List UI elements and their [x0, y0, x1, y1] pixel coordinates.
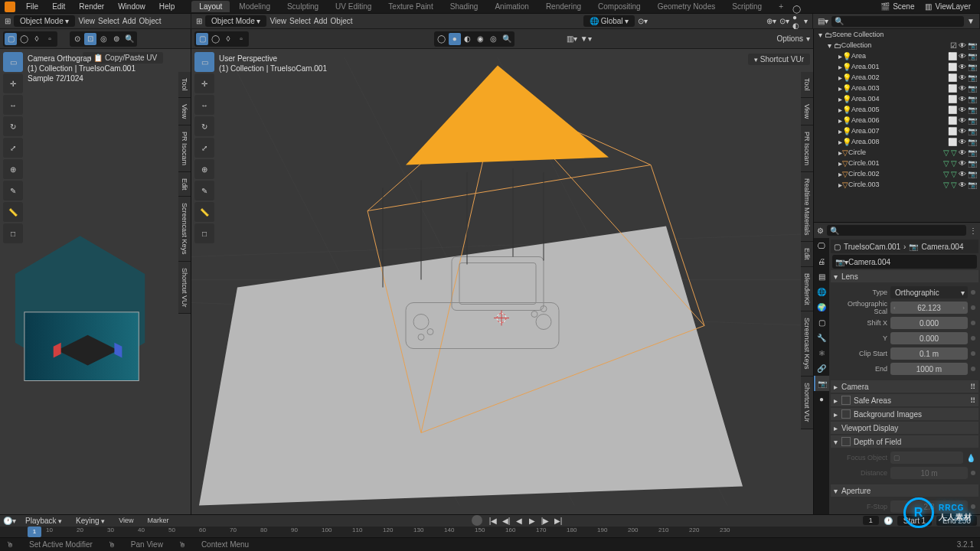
menu-render[interactable]: Render: [73, 1, 110, 12]
vtab-blenderkit-c[interactable]: BlenderKit: [801, 267, 813, 312]
tool-measure[interactable]: 📏: [3, 202, 23, 222]
workspace-tab-add[interactable]: +: [771, 1, 791, 12]
eye-icon[interactable]: 👁: [959, 73, 966, 82]
mode-select-center[interactable]: Object Mode ▾: [205, 15, 266, 27]
vtab-shortcut-left[interactable]: Shortcut VUr: [178, 262, 191, 315]
breadcrumb-data[interactable]: Camera.004: [921, 243, 963, 251]
clip-end-field[interactable]: 1000 m: [890, 363, 968, 375]
select-circle-center[interactable]: ◯: [209, 33, 221, 45]
ptab-output[interactable]: 🖨: [814, 253, 829, 269]
timeline-playback[interactable]: Playback ▾: [21, 517, 67, 525]
vtab-tool-c[interactable]: Tool: [801, 72, 813, 98]
options-button[interactable]: Options: [777, 34, 803, 43]
outliner-filter-icon[interactable]: ▤▾: [818, 17, 828, 25]
panel-dof-header[interactable]: ▾Depth of Field: [831, 435, 978, 448]
ptab-scene[interactable]: 🌐: [814, 284, 829, 299]
shading-solid[interactable]: ●: [792, 13, 801, 21]
menu-view-left[interactable]: View: [78, 17, 95, 25]
shading-material[interactable]: ◐: [792, 21, 801, 30]
tool-annotate-c[interactable]: ✎: [194, 181, 214, 201]
ptab-modifiers[interactable]: 🔧: [814, 330, 829, 345]
outliner-scene-collection[interactable]: ▾ 🗀 Scene Collection: [814, 29, 980, 40]
panel-aperture-header[interactable]: ▾Aperture: [831, 484, 978, 497]
timeline-ruler[interactable]: 1 10203040506070809010011012013014015016…: [0, 527, 980, 538]
vtab-edit-left[interactable]: Edit: [178, 172, 191, 197]
eye-icon[interactable]: 👁: [959, 127, 966, 135]
outliner-item[interactable]: ▸ 💡Area⬜👁📷: [814, 51, 980, 61]
vp-search[interactable]: 🔍: [501, 33, 513, 45]
select-lasso-icon[interactable]: ◊: [31, 33, 43, 45]
vtab-realtime-c[interactable]: Realtime Materials: [801, 172, 813, 243]
tool-cursor-c[interactable]: ✛: [194, 73, 214, 93]
next-key-icon[interactable]: |▶: [539, 515, 551, 526]
tool-rotate[interactable]: ↻: [3, 116, 23, 136]
workspace-tab-uv[interactable]: UV Editing: [328, 1, 379, 12]
eye-icon[interactable]: 👁: [959, 116, 966, 125]
editor-type-icon-center[interactable]: ⊞: [196, 17, 202, 25]
menu-file[interactable]: File: [20, 1, 44, 12]
tool-cursor[interactable]: ✛: [3, 73, 23, 93]
menu-object-center[interactable]: Object: [331, 17, 353, 25]
editor-type-icon[interactable]: ⊞: [5, 17, 11, 25]
type-field[interactable]: Orthographic▾: [890, 286, 968, 298]
render-icon[interactable]: 📷: [968, 116, 977, 125]
outliner-item[interactable]: ▸ ▽Circle.003▽▽👁📷: [814, 179, 980, 190]
ptab-render[interactable]: 🖵: [814, 238, 829, 253]
filter-icon[interactable]: ⚙: [817, 227, 824, 235]
tool-transform-c[interactable]: ⊕: [194, 159, 214, 179]
checkbox-icon[interactable]: [841, 437, 851, 446]
filter-toggle-icon[interactable]: ▼: [967, 17, 975, 25]
tool-select[interactable]: ▭: [3, 52, 23, 72]
ptab-viewlayer[interactable]: ▤: [814, 269, 829, 284]
panel-bgimages-header[interactable]: ▸Background Images: [831, 408, 978, 420]
timeline-view[interactable]: View: [114, 517, 138, 524]
checkbox-icon[interactable]: [841, 396, 851, 405]
select-circle-icon[interactable]: ◯: [18, 33, 30, 45]
vtab-screencast-c[interactable]: Screencast Keys: [801, 311, 813, 377]
render-icon[interactable]: 📷: [968, 181, 977, 189]
play-icon[interactable]: ▶: [526, 515, 538, 526]
outliner-search[interactable]: [844, 18, 961, 25]
outliner-item[interactable]: ▸ 💡Area.005⬜👁📷: [814, 104, 980, 115]
vtab-screencast-left[interactable]: Screencast Keys: [178, 197, 191, 262]
menu-view-center[interactable]: View: [270, 17, 286, 25]
eye-icon[interactable]: 👁: [959, 95, 966, 103]
outliner[interactable]: ▾ 🗀 Scene Collection ▾ 🗀 Collection ☑👁📷 …: [814, 29, 980, 223]
prev-key-icon[interactable]: ◀|: [500, 515, 512, 526]
timeline-marker[interactable]: Marker: [143, 517, 174, 524]
workspace-tab-geonodes[interactable]: Geometry Nodes: [650, 1, 724, 12]
panel-safeareas-header[interactable]: ▸Safe Areas⠿: [831, 394, 978, 406]
outliner-item[interactable]: ▸ 💡Area.001⬜👁📷: [814, 61, 980, 72]
outliner-collection[interactable]: ▾ 🗀 Collection ☑👁📷: [814, 40, 980, 51]
keyframe-dot[interactable]: [971, 367, 975, 371]
shift-x-field[interactable]: 0.000: [890, 317, 968, 329]
vp-icon-2[interactable]: ●: [449, 33, 461, 45]
shortcut-pill[interactable]: ▾ Shortcut VUr: [748, 54, 810, 65]
render-icon[interactable]: 📷: [968, 73, 977, 82]
keyframe-dot[interactable]: [971, 321, 975, 325]
vp-icon-4[interactable]: ◉: [475, 33, 487, 45]
outliner-item[interactable]: ▸ ▽Circle.002▽▽👁📷: [814, 168, 980, 179]
menu-object-left[interactable]: Object: [139, 17, 162, 25]
eye-icon[interactable]: 👁: [959, 63, 966, 71]
tool-move[interactable]: ↔: [3, 95, 23, 115]
ptab-physics[interactable]: ⚛: [814, 345, 829, 360]
timeline-editor-icon[interactable]: 🕐▾: [3, 517, 16, 525]
select-tweak-icon[interactable]: ▫: [44, 33, 56, 45]
distance-field[interactable]: 10 m: [890, 467, 968, 479]
tool-scale[interactable]: ⤢: [3, 138, 23, 158]
render-icon[interactable]: 📷: [968, 106, 977, 114]
eye-icon[interactable]: 👁: [959, 106, 966, 114]
render-icon[interactable]: 📷: [968, 138, 977, 146]
workspace-tab-modeling[interactable]: Modeling: [231, 1, 278, 12]
workspace-tab-rendering[interactable]: Rendering: [538, 1, 589, 12]
render-icon[interactable]: 📷: [968, 41, 977, 50]
eye-icon[interactable]: 👁: [959, 159, 966, 168]
tool-scale-c[interactable]: ⤢: [194, 138, 214, 158]
vtab-isocam-c[interactable]: PR Isocam: [801, 126, 813, 172]
search-vp-icon[interactable]: 🔍: [123, 33, 136, 45]
tool-move-c[interactable]: ↔: [194, 95, 214, 115]
snap-toggle[interactable]: ⊙▾: [638, 17, 648, 25]
workspace-tab-scripting[interactable]: Scripting: [724, 1, 769, 12]
checkbox-icon[interactable]: ☑: [950, 41, 957, 50]
